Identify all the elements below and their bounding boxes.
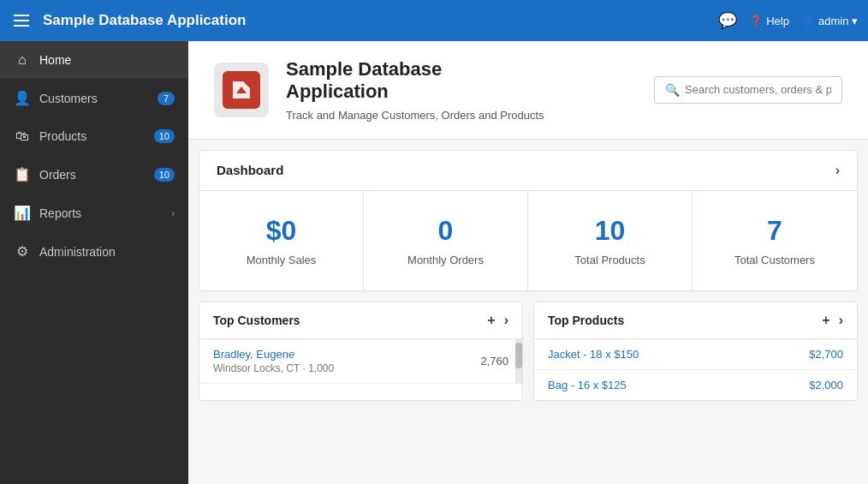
menu-toggle[interactable] [10,11,33,30]
home-icon: ⌂ [14,52,31,68]
top-customers-header: Top Customers + › [199,302,522,339]
nav-actions: 💬 ❓ Help 👤 admin ▾ [718,11,858,30]
chat-button[interactable]: 💬 [718,11,737,30]
customers-icon: 👤 [14,90,31,106]
customer-name[interactable]: Bradley, Eugene [213,348,334,361]
product-name-0: Jacket - 18 x $150 [548,348,639,361]
reports-icon: 📊 [14,205,31,221]
help-icon: ❓ [749,15,763,27]
admin-icon: ⚙ [14,243,31,260]
top-customers-actions: + › [487,313,508,328]
user-icon: 👤 [801,15,815,27]
bottom-panels: Top Customers + › Bradley, Eugene Windso… [199,302,858,401]
total-products-label: Total Products [545,254,675,266]
top-products-panel: Top Products + › Jacket - 18 x $150 $2,7… [533,302,858,401]
main-content: Sample Database Application Track and Ma… [188,41,868,484]
product-value-1: $2,000 [809,379,843,391]
dashboard-section: Dashboard › $0 Monthly Sales 0 Monthly O… [199,150,858,291]
scrollbar-track [515,339,522,384]
app-logo-icon [229,78,253,102]
stat-total-customers: 7 Total Customers [693,191,857,290]
monthly-orders-value: 0 [381,215,510,247]
main-layout: ⌂ Home 👤 Customers 7 🛍 Products 10 📋 Ord… [0,41,868,484]
stat-monthly-orders: 0 Monthly Orders [364,191,528,290]
add-customer-button[interactable]: + [487,313,495,328]
app-main-title: Sample Database Application [286,58,637,104]
app-header: Sample Database Application Track and Ma… [188,41,868,140]
top-products-body: Jacket - 18 x $150 $2,700 Bag - 16 x $12… [534,339,857,400]
customer-sub: Windsor Locks, CT · 1,000 [213,362,334,374]
customer-info: Bradley, Eugene Windsor Locks, CT · 1,00… [213,348,334,374]
app-logo [214,63,269,117]
total-customers-label: Total Customers [710,254,840,266]
product-value-0: $2,700 [809,348,843,361]
total-customers-value: 7 [710,215,840,247]
monthly-orders-label: Monthly Orders [381,254,510,266]
user-menu[interactable]: 👤 admin ▾ [801,15,858,27]
top-products-header: Top Products + › [534,302,857,339]
sidebar-item-products[interactable]: 🛍 Products 10 [0,117,188,155]
sidebar-item-home[interactable]: ⌂ Home [0,41,188,79]
search-input[interactable] [685,83,831,96]
scrollbar-thumb [515,343,522,368]
expand-products-button[interactable]: › [839,313,843,328]
stat-total-products: 10 Total Products [528,191,693,290]
monthly-sales-label: Monthly Sales [217,254,346,266]
stats-grid: $0 Monthly Sales 0 Monthly Orders 10 Tot… [199,191,857,290]
top-nav: Sample Database Application 💬 ❓ Help 👤 a… [0,0,868,41]
top-customers-body: Bradley, Eugene Windsor Locks, CT · 1,00… [199,339,522,384]
product-row-1: Bag - 16 x $125 $2,000 [534,370,857,400]
stat-monthly-sales: $0 Monthly Sales [199,191,364,290]
total-products-value: 10 [545,215,675,247]
top-customers-panel: Top Customers + › Bradley, Eugene Windso… [199,302,523,401]
sidebar-item-administration[interactable]: ⚙ Administration [0,232,188,271]
dashboard-title: Dashboard [217,163,283,177]
expand-customers-button[interactable]: › [504,313,508,328]
app-title: Sample Database Application [43,12,708,29]
search-icon: 🔍 [665,83,680,97]
dashboard-header: Dashboard › [199,151,857,191]
app-info: Sample Database Application Track and Ma… [286,58,637,122]
customer-row: Bradley, Eugene Windsor Locks, CT · 1,00… [199,339,522,384]
reports-chevron: › [171,207,175,219]
monthly-sales-value: $0 [217,215,346,247]
add-product-button[interactable]: + [822,313,829,328]
global-search[interactable]: 🔍 [654,76,842,104]
sidebar-item-reports[interactable]: 📊 Reports › [0,194,188,232]
app-subtitle: Track and Manage Customers, Orders and P… [286,109,637,122]
sidebar-item-orders[interactable]: 📋 Orders 10 [0,155,188,194]
sidebar-item-customers[interactable]: 👤 Customers 7 [0,79,188,117]
products-icon: 🛍 [14,128,31,144]
dashboard-expand[interactable]: › [835,163,840,178]
product-row-0: Jacket - 18 x $150 $2,700 [534,339,857,370]
orders-icon: 📋 [14,166,31,182]
sidebar: ⌂ Home 👤 Customers 7 🛍 Products 10 📋 Ord… [0,41,188,484]
top-products-title: Top Products [548,314,624,327]
customer-value: 2,760 [480,355,508,367]
product-name-1: Bag - 16 x $125 [548,379,627,391]
top-customers-title: Top Customers [213,314,300,327]
top-products-actions: + › [822,313,843,328]
app-logo-inner [223,71,260,109]
help-button[interactable]: ❓ Help [749,15,789,27]
